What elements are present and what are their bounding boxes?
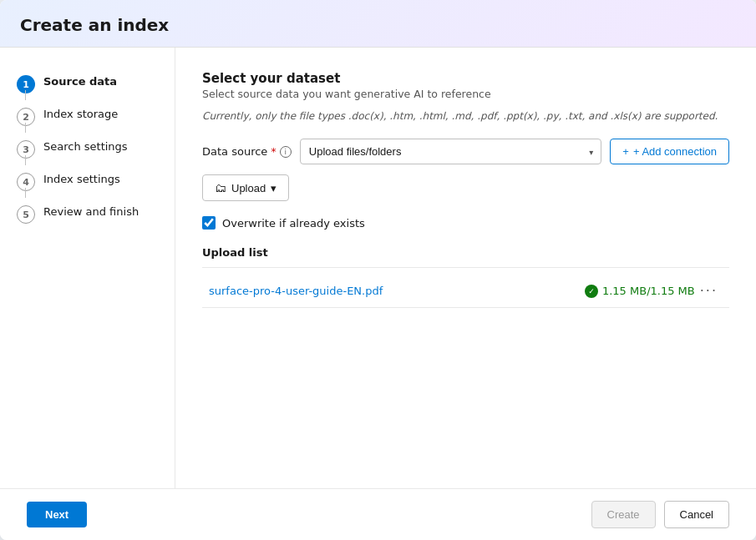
step-5-circle: 5 [17, 205, 35, 224]
modal-footer: Next Create Cancel [0, 488, 756, 540]
upload-list-divider [202, 267, 729, 268]
cancel-button[interactable]: Cancel [664, 501, 729, 528]
overwrite-checkbox[interactable] [202, 216, 216, 230]
sidebar: 1 Source data 2 Index storage 3 Search s… [0, 48, 175, 488]
step-4-circle: 4 [17, 173, 35, 191]
status-check-icon: ✓ [585, 285, 598, 298]
data-source-label: Data source * i [202, 145, 292, 158]
main-content: Select your dataset Select source data y… [175, 48, 756, 488]
create-button: Create [591, 501, 656, 528]
step-2-circle: 2 [17, 108, 35, 126]
sidebar-step-2[interactable]: 2 Index storage [0, 100, 175, 133]
step-1-circle: 1 [17, 75, 35, 93]
upload-button[interactable]: 🗂 Upload ▾ [202, 174, 289, 201]
modal-title: Create an index [20, 15, 736, 35]
sidebar-step-1[interactable]: 1 Source data [0, 68, 175, 100]
step-3-label: Search settings [43, 139, 128, 154]
data-source-select[interactable]: Upload files/folders Azure Blob Storage … [300, 139, 601, 164]
step-2-label: Index storage [43, 107, 118, 122]
upload-chevron-icon: ▾ [271, 182, 277, 194]
next-button[interactable]: Next [27, 502, 87, 527]
section-subtitle: Select source data you want generative A… [202, 88, 729, 100]
footer-right: Create Cancel [591, 501, 730, 528]
support-note: Currently, only the file types .doc(x), … [202, 109, 729, 124]
data-source-select-wrapper: Upload files/folders Azure Blob Storage … [300, 139, 601, 164]
upload-list-section: Upload list surface-pro-4-user-guide-EN.… [202, 246, 729, 488]
modal-body: 1 Source data 2 Index storage 3 Search s… [0, 48, 756, 488]
add-connection-label: + Add connection [633, 145, 717, 158]
overwrite-label[interactable]: Overwrite if already exists [222, 217, 365, 230]
step-5-label: Review and finish [43, 204, 139, 220]
upload-progress: 1.15 MB/1.15 MB [602, 285, 695, 297]
upload-folder-icon: 🗂 [215, 181, 226, 194]
sidebar-step-4[interactable]: 4 Index settings [0, 165, 175, 198]
upload-filename[interactable]: surface-pro-4-user-guide-EN.pdf [209, 285, 585, 297]
create-index-modal: Create an index 1 Source data 2 Index st… [0, 0, 756, 540]
upload-label: Upload [231, 182, 266, 194]
plus-icon: + [622, 145, 629, 158]
upload-list-title: Upload list [202, 246, 729, 259]
data-source-row: Data source * i Upload files/folders Azu… [202, 139, 729, 164]
sidebar-step-3[interactable]: 3 Search settings [0, 133, 175, 165]
upload-more-icon[interactable]: ··· [695, 283, 723, 299]
upload-status: ✓ 1.15 MB/1.15 MB [585, 285, 695, 298]
sidebar-step-5[interactable]: 5 Review and finish [0, 198, 175, 230]
table-row: surface-pro-4-user-guide-EN.pdf ✓ 1.15 M… [202, 275, 729, 308]
footer-left: Next [27, 502, 87, 527]
modal-header: Create an index [0, 0, 756, 48]
overwrite-row: Overwrite if already exists [202, 216, 729, 230]
step-3-circle: 3 [17, 140, 35, 159]
step-1-label: Source data [43, 74, 117, 89]
step-4-label: Index settings [43, 172, 120, 187]
info-icon: i [280, 146, 292, 158]
required-star: * [271, 145, 277, 158]
section-title: Select your dataset [202, 71, 729, 86]
add-connection-button[interactable]: + + Add connection [610, 139, 729, 164]
